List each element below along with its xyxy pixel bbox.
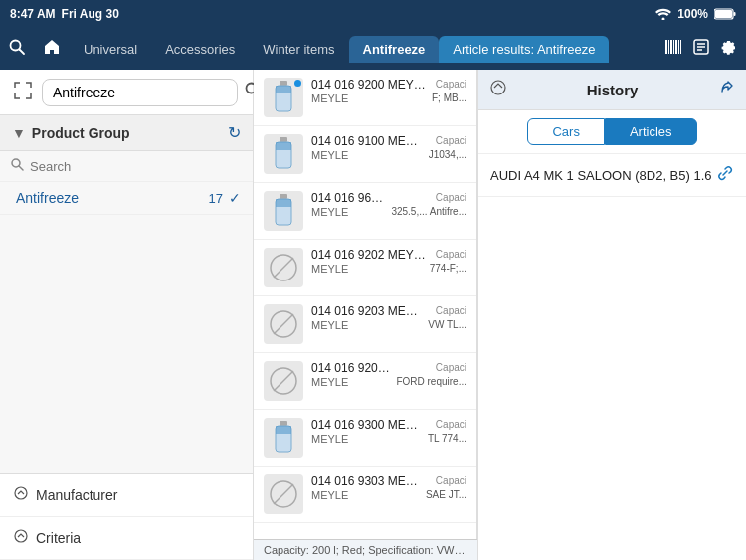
svg-line-45 [274,484,293,504]
svg-line-23 [19,166,23,170]
product-group-header[interactable]: ▼ Product Group ↻ [0,115,253,151]
capacity-label: Capaci [426,474,466,488]
sidebar-item-criteria[interactable]: Criteria [0,517,253,560]
svg-rect-3 [734,12,736,16]
capacity-label: Capaci [391,191,466,205]
sidebar-item-manufacturer[interactable]: Manufacturer [0,474,253,517]
search-box [0,70,253,115]
expand-icon[interactable] [10,78,36,106]
no-image-icon [269,366,298,396]
svg-line-38 [274,314,293,334]
tab-cars[interactable]: Cars [527,118,604,145]
svg-line-5 [20,49,25,54]
sidebar: ▼ Product Group ↻ Antifreeze 17 ✓ [0,70,254,560]
article-thumbnail [264,361,303,401]
article-number: 014 016 9600 MEYLE-ORIGINAL Q... [311,191,387,205]
capacity-value: J1034,... [429,148,466,162]
global-search-icon[interactable] [8,38,26,61]
filter-search-icon [10,157,24,175]
history-car-item[interactable]: AUDI A4 MK 1 SALOON (8D2, B5) 1.6 [478,154,746,197]
svg-rect-9 [673,40,674,54]
chevron-down-icon: ▼ [12,125,26,141]
svg-rect-7 [668,40,669,54]
history-header: History [478,70,746,110]
history-title: History [506,82,718,98]
bottle-icon [273,194,294,228]
svg-point-24 [15,487,27,499]
article-item[interactable]: 014 016 9600 MEYLE-ORIGINAL Q... MEYLE C… [254,183,476,240]
sidebar-bottom-nav: Manufacturer Criteria [0,473,253,560]
article-brand: MEYLE [311,319,424,331]
capacity-value: VW TL... [428,318,466,332]
svg-rect-12 [680,40,681,54]
battery-icon [714,8,736,20]
capacity-value: TL 774... [428,432,466,446]
article-number: 014 016 9100 MEYLE-ORIGINAL Q... [311,134,425,148]
article-thumbnail [264,474,303,514]
filter-search-box [0,151,253,182]
svg-rect-28 [276,86,291,93]
date: Fri Aug 30 [62,7,119,21]
capacity-label: Capaci [428,304,466,318]
article-item[interactable]: 014 016 9203 MEYLE-ORIGINAL Q... MEYLE C… [254,296,476,353]
history-panel: History Cars Articles AUDI A4 MK 1 SALOO… [477,70,746,560]
svg-rect-10 [675,40,677,54]
article-thumbnail [264,248,303,287]
tab-home[interactable] [34,33,70,65]
chevron-up-icon [14,486,28,504]
capacity-value: 774-F;... [430,262,466,276]
chevron-up-icon-2 [14,529,28,547]
gear-icon[interactable] [720,38,738,60]
article-thumbnail [264,304,303,344]
status-bar: 8:47 AM Fri Aug 30 100% [0,0,746,28]
article-item[interactable]: 014 016 9100 MEYLE-ORIGINAL Q... MEYLE C… [254,126,476,183]
tab-article-results[interactable]: Article results: Antifreeze [439,36,609,63]
article-item[interactable]: 014 016 9300 MEYLE-ORIGINAL Q... MEYLE C… [254,410,476,467]
article-number: 014 016 9300 MEYLE-ORIGINAL Q... [311,418,424,432]
svg-rect-6 [665,40,667,54]
article-meta: Capaci F; MB... [432,78,466,105]
capacity-value: F; MB... [432,92,466,105]
article-info: 014 016 9202 MEYLE-ORIGINAL Q... MEYLE [311,248,426,275]
article-info: 014 016 9203 MEYLE-ORIGINAL Q... MEYLE [311,304,424,331]
capacity-label: Capaci [429,134,466,148]
filter-search-input[interactable] [30,159,243,174]
history-back-icon[interactable] [490,80,506,99]
svg-rect-31 [276,142,291,150]
article-brand: MEYLE [311,206,387,218]
tab-antifreeze[interactable]: Antifreeze [349,36,440,63]
svg-rect-8 [670,40,672,54]
article-thumbnail [264,191,303,231]
svg-rect-34 [276,199,291,207]
article-item[interactable]: 014 016 9303 MEYLE-ORIGINAL Q... MEYLE C… [254,467,476,523]
article-info: 014 016 9600 MEYLE-ORIGINAL Q... MEYLE [311,191,387,218]
capacity-label: Capaci [428,418,466,432]
article-number: 014 016 9204 MEYLE-ORIGINAL Q... [311,361,392,375]
capacity-label: Capaci [432,78,466,92]
filter-item-antifreeze[interactable]: Antifreeze 17 ✓ [0,182,253,215]
tab-accessories[interactable]: Accessories [151,36,249,63]
refresh-icon[interactable]: ↻ [228,123,241,142]
article-results-container: 014 016 9200 MEYLE-ORIGINAL Q... MEYLE C… [254,70,477,560]
article-item[interactable]: 014 016 9200 MEYLE-ORIGINAL Q... MEYLE C… [254,70,476,126]
tab-winter-items[interactable]: Winter items [249,36,348,63]
svg-rect-11 [678,40,679,54]
article-brand: MEYLE [311,433,424,445]
link-icon[interactable] [716,164,734,186]
article-brand: MEYLE [311,93,428,104]
svg-point-25 [15,530,27,542]
article-item[interactable]: 014 016 9202 MEYLE-ORIGINAL Q... MEYLE C… [254,240,476,296]
bottle-icon [273,421,294,455]
search-input[interactable] [42,79,238,106]
barcode-icon[interactable] [664,38,682,60]
filter-count: 17 [209,191,223,206]
tab-articles[interactable]: Articles [605,118,697,145]
manufacturer-label: Manufacturer [36,487,117,503]
article-meta: Capaci SAE JT... [426,474,466,502]
history-share-icon[interactable] [718,80,734,99]
tab-universal[interactable]: Universal [70,36,151,63]
history-tabs: Cars Articles [478,110,746,154]
article-item[interactable]: 014 016 9204 MEYLE-ORIGINAL Q... MEYLE C… [254,353,476,410]
wifi-icon [655,8,671,20]
checklist-icon[interactable] [692,38,710,60]
